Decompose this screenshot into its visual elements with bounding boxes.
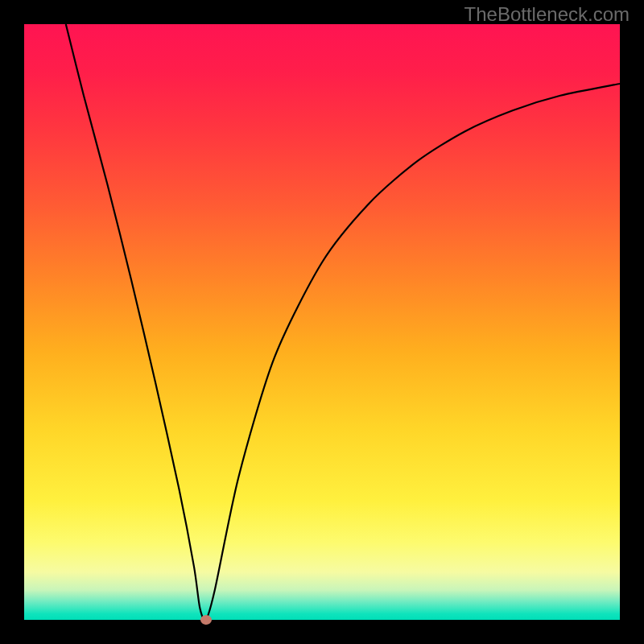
bottleneck-curve [66,24,620,620]
curve-svg [24,24,620,620]
plot-area [24,24,620,620]
minimum-marker [200,615,212,625]
watermark-text: TheBottleneck.com [464,3,630,26]
